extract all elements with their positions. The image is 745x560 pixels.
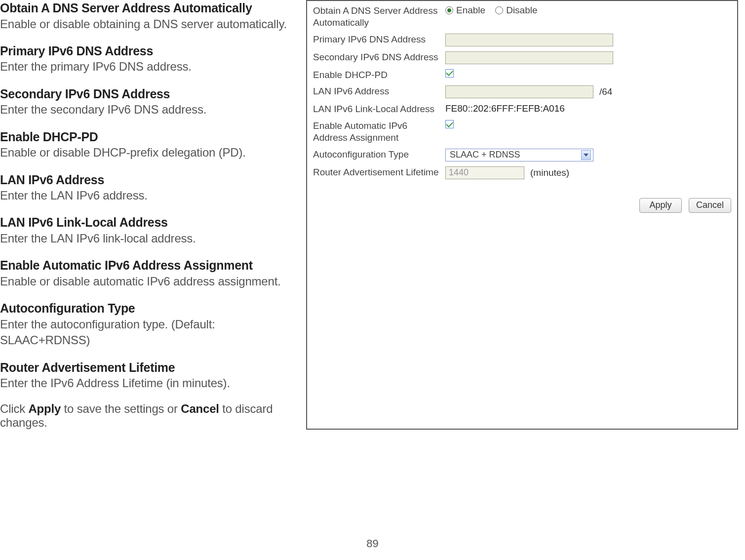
row-obtain-dns: Obtain A DNS Server Address Automaticall… <box>313 5 731 29</box>
input-ra-lifetime[interactable] <box>445 166 524 179</box>
settings-panel: Obtain A DNS Server Address Automaticall… <box>306 0 738 430</box>
page-number: 89 <box>0 537 745 550</box>
row-primary-dns: Primary IPv6 DNS Address <box>313 34 731 46</box>
doc-item: Primary IPv6 DNS Address Enter the prima… <box>0 43 296 75</box>
label-secondary-dns: Secondary IPv6 DNS Address <box>313 51 445 63</box>
doc-desc: Enter the IPv6 Address Lifetime (in minu… <box>0 375 296 391</box>
cancel-button[interactable]: Cancel <box>689 198 731 213</box>
doc-footer-text: Click <box>0 402 28 415</box>
doc-desc: Enable or disable automatic IPv6 address… <box>0 274 296 289</box>
select-autoconfig-value: SLAAC + RDNSS <box>450 150 520 160</box>
doc-desc: Enter the LAN IPv6 address. <box>0 188 296 203</box>
chevron-down-icon <box>581 150 591 160</box>
label-obtain-dns: Obtain A DNS Server Address Automaticall… <box>313 5 445 29</box>
row-secondary-dns: Secondary IPv6 DNS Address <box>313 51 731 64</box>
label-primary-dns: Primary IPv6 DNS Address <box>313 34 445 45</box>
doc-title: Primary IPv6 DNS Address <box>0 43 296 59</box>
doc-item: Enable DHCP-PD Enable or disable DHCP-pr… <box>0 129 296 161</box>
doc-title: LAN IPv6 Address <box>0 172 296 188</box>
ra-lifetime-suffix: (minutes) <box>530 167 569 178</box>
doc-footer: Click Apply to save the settings or Canc… <box>0 402 296 430</box>
input-secondary-dns[interactable] <box>445 51 613 64</box>
label-dhcp-pd: Enable DHCP-PD <box>313 69 445 81</box>
doc-item: Autoconfiguration Type Enter the autocon… <box>0 300 296 348</box>
row-auto-assign: Enable Automatic IPv6 Address Assignment <box>313 120 731 144</box>
button-row: Apply Cancel <box>313 198 731 213</box>
doc-item: Obtain A DNS Server Address Automaticall… <box>0 0 296 32</box>
doc-desc: Enable or disable DHCP-prefix delegation… <box>0 145 296 160</box>
doc-item: Secondary IPv6 DNS Address Enter the sec… <box>0 86 296 118</box>
doc-desc: Enter the secondary IPv6 DNS address. <box>0 102 296 118</box>
doc-item: LAN IPv6 Address Enter the LAN IPv6 addr… <box>0 172 296 204</box>
apply-button[interactable]: Apply <box>639 198 682 213</box>
doc-title: LAN IPv6 Link-Local Address <box>0 214 296 231</box>
label-ra-lifetime: Router Advertisement Lifetime <box>313 166 445 178</box>
row-ra-lifetime: Router Advertisement Lifetime (minutes) <box>313 166 731 179</box>
doc-desc: Enter the LAN IPv6 link-local address. <box>0 231 296 246</box>
doc-title: Obtain A DNS Server Address Automaticall… <box>0 0 296 16</box>
label-autoconfig: Autoconfiguration Type <box>313 149 445 160</box>
doc-title: Router Advertisement Lifetime <box>0 360 296 376</box>
doc-desc: Enter the primary IPv6 DNS address. <box>0 59 296 75</box>
input-lan-ipv6[interactable] <box>445 85 593 98</box>
radio-enable-label: Enable <box>456 5 485 16</box>
doc-title: Autoconfiguration Type <box>0 300 296 317</box>
doc-item: Enable Automatic IPv6 Address Assignment… <box>0 257 296 289</box>
checkbox-auto-assign[interactable] <box>445 120 454 128</box>
select-autoconfig[interactable]: SLAAC + RDNSS <box>445 149 593 161</box>
doc-title: Secondary IPv6 DNS Address <box>0 86 296 102</box>
row-lan-linklocal: LAN IPv6 Link-Local Address FE80::202:6F… <box>313 103 731 115</box>
doc-footer-apply: Apply <box>28 402 61 415</box>
doc-item: Router Advertisement Lifetime Enter the … <box>0 360 296 392</box>
doc-footer-cancel: Cancel <box>181 402 219 415</box>
doc-column: Obtain A DNS Server Address Automaticall… <box>0 0 306 430</box>
lan-ipv6-suffix: /64 <box>599 86 612 97</box>
label-auto-assign: Enable Automatic IPv6 Address Assignment <box>313 120 445 144</box>
doc-item: LAN IPv6 Link-Local Address Enter the LA… <box>0 214 296 246</box>
label-lan-linklocal: LAN IPv6 Link-Local Address <box>313 103 445 115</box>
doc-desc: Enable or disable obtaining a DNS server… <box>0 16 296 32</box>
doc-desc: Enter the autoconfiguration type. (Defau… <box>0 317 296 349</box>
doc-title: Enable Automatic IPv6 Address Assignment <box>0 257 296 274</box>
input-primary-dns[interactable] <box>445 34 613 46</box>
doc-footer-text: to save the settings or <box>61 402 181 415</box>
row-dhcp-pd: Enable DHCP-PD <box>313 69 731 81</box>
doc-title: Enable DHCP-PD <box>0 129 296 145</box>
radio-disable-label: Disable <box>506 5 537 16</box>
value-lan-linklocal: FE80::202:6FFF:FEFB:A016 <box>445 103 565 114</box>
row-autoconfig: Autoconfiguration Type SLAAC + RDNSS <box>313 149 731 161</box>
radio-disable[interactable] <box>495 6 503 14</box>
label-lan-ipv6: LAN IPv6 Address <box>313 85 445 97</box>
row-lan-ipv6: LAN IPv6 Address /64 <box>313 85 731 98</box>
checkbox-dhcp-pd[interactable] <box>445 69 454 78</box>
radio-enable[interactable] <box>445 6 453 14</box>
